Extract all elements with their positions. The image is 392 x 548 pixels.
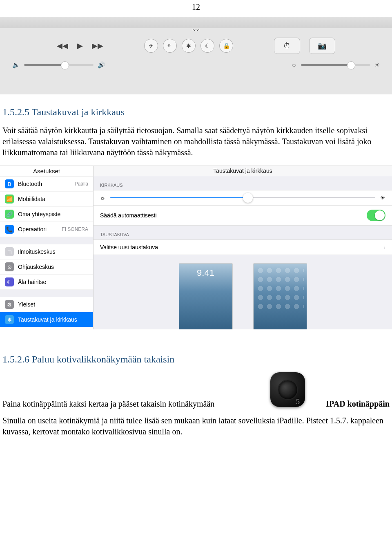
sidebar-item-label: Mobiilidata — [18, 196, 45, 202]
sidebar-item-5[interactable]: ⊙Ohjauskeskus — [0, 259, 93, 275]
brightness-low-icon: ☼ — [100, 195, 105, 201]
section-header-brightness: KIRKKAUS — [94, 176, 392, 190]
detail-title: Taustakuvat ja kirkkaus — [94, 166, 392, 176]
auto-brightness-row[interactable]: Säädä automaattisesti — [94, 206, 392, 226]
brightness-min-icon: ☼ — [291, 62, 297, 69]
sidebar-item-4[interactable]: ◻Ilmoituskeskus — [0, 237, 93, 259]
sidebar-icon: B — [5, 179, 14, 188]
forward-icon[interactable]: ▶▶ — [92, 41, 103, 50]
rewind-icon[interactable]: ◀◀ — [57, 41, 68, 50]
sidebar-item-3[interactable]: 📞OperaattoriFI SONERA — [0, 222, 93, 237]
wallpaper-previews: 9.41 — [94, 255, 392, 329]
brightness-high-icon: ☀ — [380, 195, 385, 201]
paragraph-1525: Voit säätää näytön kirkkautta ja säilytt… — [2, 125, 390, 158]
sidebar-item-right: FI SONERA — [62, 226, 88, 232]
settings-sidebar: Asetukset BBluetoothPäällä📶Mobiilidata🔗O… — [0, 166, 94, 329]
sidebar-item-label: Ilmoituskeskus — [18, 248, 56, 255]
brightness-max-icon: ☀ — [374, 61, 380, 69]
sidebar-item-label: Älä häiritse — [18, 279, 46, 285]
sidebar-item-8[interactable]: ❄Taustakuvat ja kirkkaus — [0, 312, 93, 327]
choose-wallpaper-row[interactable]: Valitse uusi taustakuva › — [94, 239, 392, 255]
auto-brightness-toggle[interactable] — [367, 210, 385, 221]
shortcut-buttons: ⏱ 📷 — [274, 38, 335, 54]
sidebar-icon: 📶 — [5, 195, 14, 204]
bluetooth-icon[interactable]: ✱ — [182, 39, 196, 53]
sidebar-item-label: Ohjauskeskus — [18, 264, 54, 270]
play-icon[interactable]: ▶ — [77, 41, 83, 50]
rotation-lock-icon[interactable]: 🔒 — [219, 39, 233, 53]
heading-1525: 1.5.2.5 Taustakuvat ja kirkkaus — [2, 107, 392, 118]
sidebar-item-label: Operaattori — [18, 226, 47, 233]
settings-screenshot: Asetukset BBluetoothPäällä📶Mobiilidata🔗O… — [0, 166, 392, 329]
lockscreen-clock: 9.41 — [179, 264, 232, 278]
page-number: 12 — [0, 0, 392, 17]
home-button-image — [270, 372, 305, 407]
sidebar-item-label: Oma yhteyspiste — [18, 211, 60, 217]
paragraph-press-home: Paina kotinäppäintä kaksi kertaa ja pääs… — [2, 398, 258, 409]
sidebar-item-9[interactable]: 🔊Äänet — [0, 327, 93, 329]
media-controls: ◀◀ ▶ ▶▶ — [57, 41, 103, 50]
control-center-screenshot: 〰 ◀◀ ▶ ▶▶ ✈ ᯤ ✱ ☾ 🔒 ⏱ 📷 🔈 🔊 ☼ — [0, 17, 392, 94]
brightness-slider[interactable]: ☼ ☀ — [291, 61, 380, 69]
sidebar-title: Asetukset — [0, 166, 93, 177]
home-button-side-number: 5 — [296, 398, 300, 406]
sidebar-icon: ⊙ — [5, 262, 14, 271]
airplane-icon[interactable]: ✈ — [144, 39, 158, 53]
sidebar-item-label: Bluetooth — [18, 181, 42, 187]
sidebar-icon: ☾ — [5, 277, 14, 286]
heading-1526: 1.5.2.6 Paluu kotivalikkonäkymään takais… — [2, 354, 392, 365]
sidebar-item-label: Yleiset — [18, 301, 35, 308]
settings-detail: Taustakuvat ja kirkkaus KIRKKAUS ☼ ☀ Sää… — [94, 166, 392, 329]
volume-slider[interactable]: 🔈 🔊 — [12, 61, 105, 69]
choose-wallpaper-label: Valitse uusi taustakuva — [100, 244, 158, 251]
timer-icon[interactable]: ⏱ — [274, 38, 300, 54]
sidebar-item-1[interactable]: 📶Mobiilidata — [0, 192, 93, 207]
paragraph-after: Sinulla on useita kotinäkymiä ja niitä t… — [2, 415, 390, 437]
sidebar-item-right: Päällä — [75, 181, 88, 187]
wallpaper-lockscreen[interactable]: 9.41 — [179, 263, 233, 329]
sidebar-icon: ⚙ — [5, 300, 14, 309]
volume-max-icon: 🔊 — [98, 61, 105, 69]
wifi-icon[interactable]: ᯤ — [163, 39, 177, 53]
sidebar-item-2[interactable]: 🔗Oma yhteyspiste — [0, 207, 93, 222]
dnd-icon[interactable]: ☾ — [200, 39, 214, 53]
camera-icon[interactable]: 📷 — [309, 38, 335, 54]
sidebar-icon: ◻ — [5, 247, 14, 256]
chevron-right-icon: › — [383, 244, 385, 251]
volume-min-icon: 🔈 — [12, 61, 20, 69]
sidebar-icon: 🔗 — [5, 210, 14, 219]
sidebar-item-label: Taustakuvat ja kirkkaus — [18, 316, 77, 323]
sidebar-icon: ❄ — [5, 315, 14, 324]
detail-brightness-slider[interactable] — [110, 197, 375, 198]
sidebar-item-6[interactable]: ☾Älä häiritse — [0, 275, 93, 290]
sidebar-item-7[interactable]: ⚙Yleiset — [0, 290, 93, 312]
sidebar-item-0[interactable]: BBluetoothPäällä — [0, 177, 93, 192]
wallpaper-homescreen[interactable] — [253, 263, 307, 329]
ipad-home-label: IPAD kotinäppäin — [312, 398, 390, 409]
auto-brightness-label: Säädä automaattisesti — [100, 212, 157, 219]
section-header-wallpaper: TAUSTAKUVA — [94, 226, 392, 239]
sidebar-icon: 📞 — [5, 225, 14, 234]
home-button-ring-icon — [278, 380, 298, 400]
brightness-row[interactable]: ☼ ☀ — [94, 190, 392, 206]
toggle-buttons: ✈ ᯤ ✱ ☾ 🔒 — [144, 39, 233, 53]
grip-icon: 〰 — [0, 27, 392, 35]
